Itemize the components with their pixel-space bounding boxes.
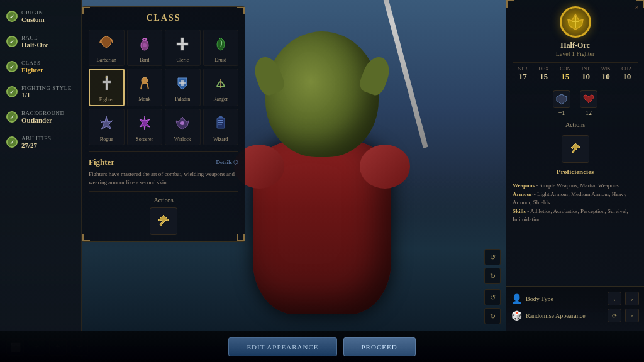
class-ranger[interactable]: Ranger	[203, 69, 239, 106]
class-monk[interactable]: Monk	[127, 69, 163, 106]
hp-ac: +1	[553, 90, 570, 116]
sidebar-item-origin[interactable]: Origin Custom	[6, 9, 75, 23]
body-type-prev[interactable]: ‹	[608, 292, 621, 305]
class-cleric[interactable]: Cleric	[165, 30, 201, 66]
randomise-btn[interactable]: ⟳	[608, 309, 621, 322]
fighting-style-label: Fighting Style	[21, 85, 72, 91]
class-rogue[interactable]: Rogue	[89, 109, 125, 145]
sorcerer-icon	[133, 112, 156, 134]
details-link[interactable]: Details ⬡	[216, 159, 239, 165]
randomise-close[interactable]: ×	[625, 309, 639, 322]
race-text: Race Half-Orc	[21, 35, 48, 48]
class-paladin[interactable]: Paladin	[165, 69, 201, 106]
class-barbarian[interactable]: Barbarian	[89, 30, 125, 66]
class-description-section: Fighter Details ⬡ Fighters have mastered…	[89, 151, 238, 186]
paladin-icon	[171, 72, 194, 94]
druid-icon	[209, 33, 232, 55]
corner-br	[237, 234, 245, 241]
svg-rect-16	[218, 124, 222, 125]
class-warlock[interactable]: Warlock	[165, 109, 201, 145]
ac-icon	[553, 90, 570, 108]
svg-marker-17	[217, 116, 225, 118]
class-description-text: Fighters have mastered the art of combat…	[89, 170, 238, 186]
sidebar-item-race[interactable]: Race Half-Orc	[6, 35, 75, 48]
class-fighter[interactable]: Fighter	[89, 69, 125, 106]
monk-icon	[133, 72, 156, 94]
rp-actions-title: Actions	[513, 121, 638, 131]
background-check	[6, 111, 18, 123]
corner-tr	[237, 7, 245, 14]
int-value: 10	[582, 72, 590, 82]
class-action-icon[interactable]	[150, 207, 177, 235]
rogue-label: Rogue	[100, 136, 113, 142]
class-bard[interactable]: Bard	[127, 30, 163, 66]
rotate-down[interactable]: ↻	[484, 268, 501, 284]
rotate-right[interactable]: ↻	[484, 308, 501, 324]
class-value: Fighter	[21, 66, 43, 74]
stat-int: INT 10	[582, 66, 590, 82]
left-sidebar: Origin Custom Race Half-Orc Class Fighte…	[0, 0, 82, 362]
class-panel: Class Barbarian Bard Cleric Druid	[82, 6, 245, 242]
proficiencies-title: Proficiencies	[513, 168, 638, 178]
details-label: Details	[216, 159, 233, 165]
monk-label: Monk	[138, 96, 150, 102]
abilities-text: Abilities 27/27	[21, 135, 52, 149]
origin-text: Origin Custom	[21, 9, 45, 23]
proficiencies-text: Weapons - Simple Weapons, Martial Weapon…	[513, 182, 638, 224]
svg-rect-3	[177, 43, 188, 45]
close-button[interactable]: ×	[635, 3, 639, 13]
stat-str: STR 17	[518, 66, 528, 82]
rotate-up[interactable]: ↺	[484, 249, 501, 265]
corner-tl	[82, 7, 90, 14]
wis-label: WIS	[601, 66, 611, 72]
con-value: 15	[561, 72, 569, 82]
class-actions-label: Actions	[89, 197, 238, 204]
body-type-next[interactable]: ›	[625, 292, 639, 305]
skills-label: Skills	[513, 208, 526, 214]
weapons-label: Weapons	[513, 182, 535, 189]
rotation-controls: ↺ ↻ ↺ ↻	[484, 249, 501, 324]
warlock-label: Warlock	[174, 136, 191, 142]
warlock-icon	[171, 112, 194, 134]
selected-class-title: Fighter	[89, 157, 114, 167]
barbarian-label: Barbarian	[96, 57, 116, 63]
sidebar-item-background[interactable]: Background Outlander	[6, 110, 75, 124]
stats-row: STR 17 DEX 15 CON 15 INT 10 WIS 10 CHA 1…	[513, 62, 638, 85]
sidebar-item-class[interactable]: Class Fighter	[6, 60, 75, 74]
skills-value-text: Athletics, Acrobatics, Perception, Survi…	[513, 208, 628, 223]
edit-appearance-button[interactable]: Edit Appearance	[228, 337, 336, 356]
str-label: STR	[518, 66, 528, 72]
rotate-left[interactable]: ↺	[484, 289, 501, 305]
rp-action-icon[interactable]	[562, 135, 589, 163]
background-value: Outlander	[21, 116, 65, 124]
con-label: CON	[560, 66, 570, 72]
fighter-icon	[95, 72, 118, 95]
character-emblem: Half-Orc Level 1 Fighter	[513, 6, 638, 57]
class-druid[interactable]: Druid	[203, 30, 239, 66]
cleric-label: Cleric	[176, 57, 189, 63]
weapons-value-text: Simple Weapons, Martial Weapons	[540, 182, 619, 189]
fighting-style-check	[6, 86, 18, 97]
race-check	[6, 36, 18, 47]
proceed-button[interactable]: Proceed	[343, 337, 416, 356]
bottom-bar: Edit Appearance Proceed	[0, 331, 644, 362]
druid-label: Druid	[214, 57, 226, 63]
str-value: 17	[519, 72, 527, 82]
class-grid: Barbarian Bard Cleric Druid Fighter	[89, 30, 238, 145]
fighter-label: Fighter	[99, 97, 114, 102]
class-panel-title: Class	[89, 13, 238, 23]
stat-dex: DEX 15	[538, 66, 548, 82]
int-label: INT	[582, 66, 590, 72]
race-value: Half-Orc	[21, 41, 48, 48]
class-wizard[interactable]: Wizard	[203, 109, 239, 145]
class-sorcerer[interactable]: Sorcerer	[127, 109, 163, 145]
armour-label: Armour	[513, 191, 533, 197]
sidebar-item-abilities[interactable]: Abilities 27/27	[6, 135, 75, 149]
cha-value: 10	[623, 72, 631, 82]
svg-rect-9	[179, 82, 186, 84]
dex-value: 15	[540, 72, 548, 82]
sidebar-item-fighting-style[interactable]: Fighting Style 1/1	[6, 85, 75, 99]
abilities-label: Abilities	[21, 135, 52, 141]
background-label: Background	[21, 110, 65, 116]
background-text: Background Outlander	[21, 110, 65, 124]
